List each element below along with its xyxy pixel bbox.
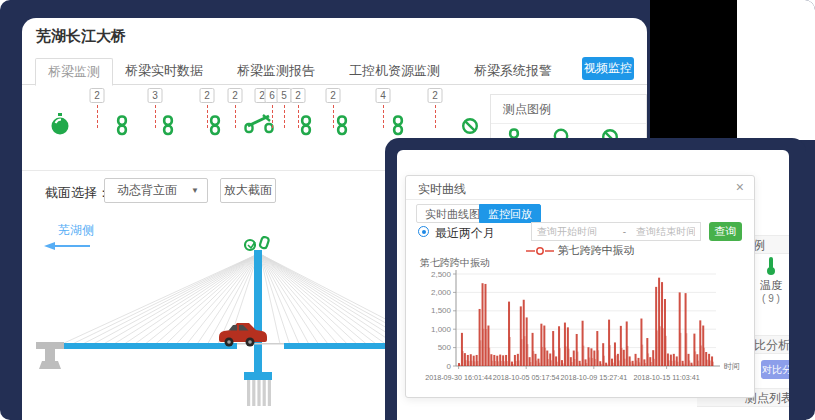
sensor-dashed-line: [333, 105, 334, 128]
chain-icon[interactable]: [391, 115, 405, 140]
tab-monitor-playback[interactable]: 监控回放: [479, 204, 541, 223]
stopwatch-icon[interactable]: [50, 113, 70, 140]
radio-last-two-months[interactable]: [418, 226, 429, 237]
sensor-count-badge: 2: [291, 88, 306, 103]
tower-sensor-icons: [245, 236, 269, 250]
main-tab-2[interactable]: 桥梁监测报告: [225, 58, 327, 85]
svg-text:2,000: 2,000: [431, 288, 452, 297]
tower-piles: [247, 380, 271, 406]
main-tab-0[interactable]: 桥梁监测: [35, 58, 113, 86]
svg-text:500: 500: [438, 343, 452, 352]
sensor-count-badge: 5: [277, 88, 292, 103]
filter-row: 最近两个月 - 查询: [406, 222, 754, 242]
video-monitor-button[interactable]: 视频监控: [582, 57, 634, 80]
sensor-count-badge: 2: [90, 88, 105, 103]
sensor-count-badge: 2: [228, 88, 243, 103]
sensor-dashed-line: [235, 105, 236, 128]
sensor-dashed-line: [97, 105, 98, 128]
sensor-dashed-line: [435, 105, 436, 128]
legend-panel-title: 测点图例: [491, 95, 646, 124]
end-time-input[interactable]: [631, 222, 701, 241]
page-title: 芜湖长江大桥: [36, 27, 126, 46]
bearing-icon[interactable]: [243, 114, 275, 140]
sensor-dashed-line: [272, 105, 273, 128]
bridge-deck-left: [58, 343, 237, 349]
chevron-down-icon: ▼: [191, 179, 199, 202]
legend-marker-icon: [526, 246, 554, 256]
svg-text:2018-10-09 15:27:41: 2018-10-09 15:27:41: [560, 373, 627, 382]
svg-text:1,500: 1,500: [431, 306, 452, 315]
svg-text:2,500: 2,500: [431, 270, 452, 279]
enlarge-section-button[interactable]: 放大截面: [220, 178, 276, 203]
tower-crossbeam: [244, 372, 272, 380]
main-tab-4[interactable]: 桥梁系统报警: [462, 58, 564, 85]
svg-text:2018-10-05 05:17:54: 2018-10-05 05:17:54: [493, 373, 560, 382]
svg-text:1,000: 1,000: [431, 325, 452, 334]
forbidden-icon[interactable]: [461, 117, 479, 139]
svg-text:2018-09-30 16:01:44: 2018-09-30 16:01:44: [425, 373, 492, 382]
sensor-dashed-line: [383, 105, 384, 128]
legend-text: 第七跨跨中振动: [558, 244, 635, 256]
bridge-tower: [254, 250, 262, 374]
temperature-count: ( 9 ): [749, 293, 789, 304]
sensor-dashed-line: [155, 105, 156, 128]
main-tab-1[interactable]: 桥梁实时数据: [113, 58, 215, 85]
sensor-dashed-line: [284, 105, 285, 128]
sensor-count-badge: 3: [148, 88, 163, 103]
radio-label: 最近两个月: [435, 225, 495, 242]
tab-bar: 桥梁监测桥梁实时数据桥梁监测报告工控机资源监测桥梁系统报警: [22, 58, 647, 85]
black-overlay-window: [650, 0, 737, 140]
sensor-count-badge: 2: [326, 88, 341, 103]
start-time-input[interactable]: [531, 222, 618, 241]
chain-icon[interactable]: [335, 115, 349, 140]
range-separator: -: [618, 222, 631, 241]
vibration-chart: 05001,0001,5002,0002,5002018-09-30 16:01…: [414, 266, 748, 394]
realtime-curve-dialog: 实时曲线 × 实时曲线图 监控回放 最近两个月 - 查询 第七跨跨中振动 第七跨…: [405, 175, 755, 398]
svg-text:2018-10-15 11:03:41: 2018-10-15 11:03:41: [633, 373, 699, 382]
background-window: [737, 0, 815, 140]
svg-text:时间: 时间: [724, 362, 740, 371]
chain-icon[interactable]: [208, 115, 222, 140]
query-button[interactable]: 查询: [709, 222, 742, 241]
section-select[interactable]: 动态背立面 ▼: [104, 178, 208, 203]
section-select-label: 截面选择：: [45, 184, 110, 202]
section-select-value: 动态背立面: [117, 183, 177, 197]
svg-text:0: 0: [447, 362, 452, 371]
sensor-count-badge: 2: [200, 88, 215, 103]
chain-icon[interactable]: [299, 115, 313, 140]
dialog-title: 实时曲线: [418, 181, 466, 198]
desktop-background: 芜湖长江大桥 桥梁监测桥梁实时数据桥梁监测报告工控机资源监测桥梁系统报警 视频监…: [0, 0, 815, 420]
legend-panel: 测点图例: [490, 94, 647, 140]
temperature-legend-item[interactable]: 温度 ( 9 ): [749, 256, 789, 304]
main-tab-3[interactable]: 工控机资源监测: [337, 58, 452, 85]
bridge-pier: [36, 342, 64, 369]
sensor-count-badge: 2: [428, 88, 443, 103]
front-window-content: 测点图例 温度 ( 9 ) 对比分析 对比分析 测点列表 实时曲线 ×: [397, 150, 789, 420]
dialog-header: 实时曲线 ×: [406, 176, 754, 200]
sensor-count-badge: 4: [376, 88, 391, 103]
front-window-frame: 测点图例 温度 ( 9 ) 对比分析 对比分析 测点列表 实时曲线 ×: [385, 138, 806, 420]
thermometer-icon: [749, 256, 789, 278]
temperature-label: 温度: [749, 278, 789, 293]
chain-icon[interactable]: [115, 115, 129, 140]
compare-analysis-button[interactable]: 对比分析: [761, 360, 789, 379]
close-icon[interactable]: ×: [736, 179, 744, 195]
chain-icon[interactable]: [161, 115, 175, 140]
